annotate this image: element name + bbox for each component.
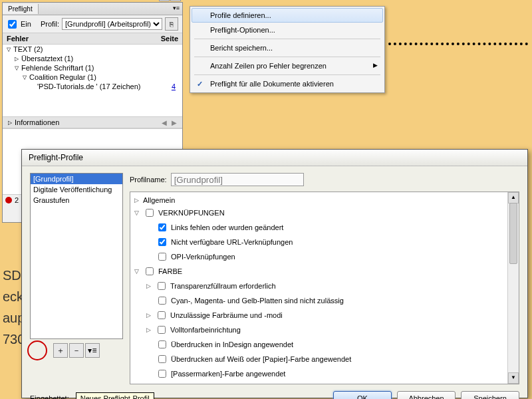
- color-spaces-checkbox[interactable]: [158, 311, 166, 319]
- registration-color-checkbox[interactable]: [158, 370, 166, 378]
- twisty-icon[interactable]: [133, 268, 140, 275]
- profile-label: Profil:: [41, 20, 59, 28]
- opi-links-checkbox[interactable]: [158, 253, 166, 261]
- profile-select[interactable]: [Grundprofil] (Arbeitsprofil): [62, 18, 162, 30]
- errors-header: Fehler Seite: [3, 33, 182, 45]
- profile-item-graustufen[interactable]: Graustufen: [31, 195, 122, 205]
- profile-menu-button[interactable]: ▾≡: [85, 343, 100, 358]
- settings-tree[interactable]: ▲▼ Allgemein VERKNÜPFUNGEN Links fehlen …: [130, 192, 519, 384]
- flyout-menu: Profile definieren... Preflight-Optionen…: [190, 6, 385, 93]
- flyout-menu-button[interactable]: ▾≡: [171, 3, 182, 13]
- menu-limit-rows[interactable]: Anzahl Zeilen pro Fehler begrenzen▶: [192, 59, 383, 73]
- profile-item-grundprofil[interactable]: [Grundprofil]: [31, 174, 122, 184]
- panel-collapse-icon[interactable]: ◄◄: [159, 0, 170, 1]
- links-missing-checkbox[interactable]: [158, 223, 166, 231]
- profilename-label: Profilname:: [130, 176, 167, 184]
- page-link[interactable]: 4: [172, 82, 180, 90]
- embed-profile-icon[interactable]: ⎘: [165, 17, 178, 31]
- dotted-decoration: [388, 43, 528, 45]
- check-icon: ✓: [197, 80, 203, 88]
- twisty-icon[interactable]: [133, 197, 140, 203]
- menu-preflight-options[interactable]: Preflight-Optionen...: [192, 23, 383, 37]
- panel-close-icon[interactable]: ✕: [170, 0, 181, 1]
- overprint-white-checkbox[interactable]: [158, 355, 166, 363]
- preflight-on-checkbox[interactable]: [8, 20, 17, 29]
- errors-tree[interactable]: ▽TEXT (2) ▷Übersatztext (1) ▽Fehlende Sc…: [3, 45, 182, 116]
- links-section-checkbox[interactable]: [146, 209, 154, 217]
- remove-profile-button[interactable]: －: [69, 343, 84, 358]
- twisty-icon[interactable]: [145, 312, 152, 319]
- transparency-checkbox[interactable]: [158, 282, 166, 290]
- submenu-arrow-icon: ▶: [373, 62, 378, 68]
- dialog-title: Preflight-Profile: [22, 150, 527, 166]
- menu-activate-all-docs[interactable]: ✓Preflight für alle Dokumente aktivieren: [192, 76, 383, 91]
- highlight-circle: [27, 340, 47, 360]
- url-links-checkbox[interactable]: [158, 238, 166, 246]
- ok-button[interactable]: OK: [333, 391, 392, 399]
- panel-tab[interactable]: Preflight: [3, 4, 39, 14]
- twisty-icon[interactable]: [133, 209, 140, 216]
- new-profile-tooltip: Neues Preflight-Profil: [76, 392, 154, 399]
- profile-list[interactable]: [Grundprofil] Digitale Veröffentlichung …: [30, 173, 123, 339]
- spot-color-checkbox[interactable]: [158, 326, 166, 334]
- twisty-icon[interactable]: [145, 283, 152, 289]
- twisty-icon[interactable]: [145, 327, 152, 333]
- color-section-checkbox[interactable]: [146, 267, 154, 275]
- info-header[interactable]: ▷Informationen◀ ▶: [3, 116, 182, 128]
- panel-header: ◄◄ ✕ Preflight ▾≡: [3, 3, 182, 15]
- scrollbar[interactable]: ▲▼: [507, 192, 519, 384]
- profilename-input[interactable]: [171, 173, 304, 186]
- preflight-profiles-dialog: Preflight-Profile [Grundprofil] Digitale…: [21, 149, 528, 398]
- add-profile-button[interactable]: ＋: [53, 343, 68, 358]
- cmyk-plates-checkbox[interactable]: [158, 297, 166, 305]
- cancel-button[interactable]: Abbrechen: [397, 391, 456, 399]
- embedded-label: Eingebettet:: [30, 394, 69, 399]
- profile-item-digital[interactable]: Digitale Veröffentlichung: [31, 184, 122, 195]
- error-dot-icon: [5, 197, 12, 203]
- menu-save-report[interactable]: Bericht speichern...: [192, 41, 383, 55]
- menu-define-profiles[interactable]: Profile definieren...: [192, 8, 383, 23]
- save-button[interactable]: Speichern: [461, 391, 519, 399]
- on-label: Ein: [21, 20, 31, 28]
- overprint-indesign-checkbox[interactable]: [158, 340, 166, 348]
